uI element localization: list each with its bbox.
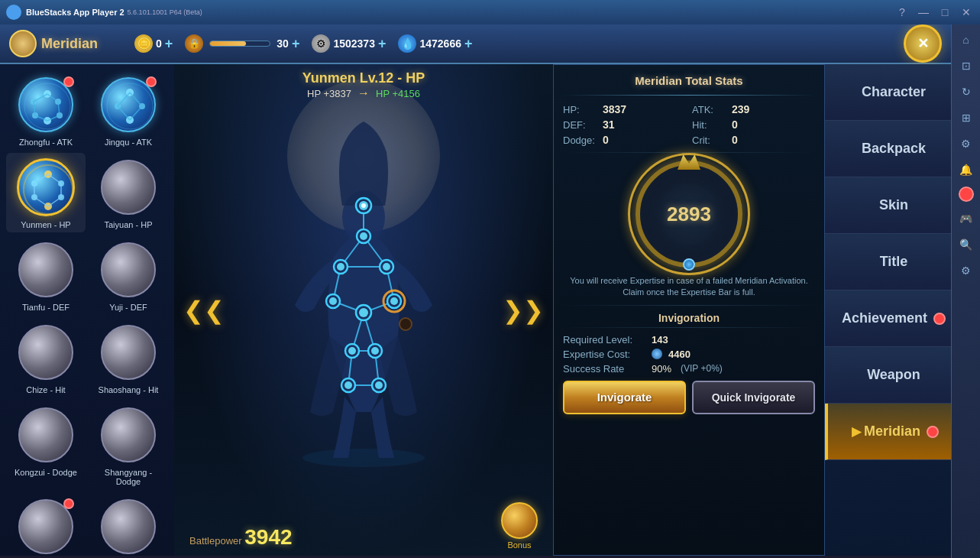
meridian-item-zhongfu[interactable]: Zhongfu - ATK [6, 70, 86, 150]
meridian-orb-shangyang [97, 404, 160, 466]
meridian-item-kongzui[interactable]: Kongzui - Dodge [6, 401, 86, 489]
chest-progress [209, 41, 270, 47]
gold-icon: 🪙 [134, 34, 153, 53]
menu-item-meridian[interactable]: ▶ Meridian [825, 404, 962, 460]
menu-item-skin[interactable]: Skin [825, 177, 962, 234]
svg-point-53 [361, 203, 366, 208]
character-label: Character [862, 84, 926, 100]
window-controls: ? — □ ✕ [894, 5, 974, 20]
meridian-item-hegu[interactable]: Hegu - Crit [89, 492, 168, 556]
home-btn[interactable]: ⌂ [954, 28, 978, 52]
meridian-orb-chize [15, 321, 77, 384]
meridian-item-jingqu[interactable]: Jingqu - ATK [89, 70, 168, 150]
svg-line-29 [48, 174, 61, 183]
right-panel: ⌂ ⊡ ↻ ⊞ ⚙ 🔔 🎮 🔍 ⚙ [951, 24, 980, 558]
meridian-item-shaoshang[interactable]: Shaoshang - Hit [89, 318, 168, 397]
menu-item-achievement[interactable]: Achievement [825, 290, 962, 347]
gamepad-btn[interactable]: 🎮 [954, 206, 978, 231]
svg-point-55 [360, 232, 367, 240]
menu-item-weapon[interactable]: Weapon [825, 347, 962, 404]
silver-icon: ⚙ [312, 34, 330, 53]
def-label: DEF: [563, 119, 600, 131]
svg-point-74 [375, 381, 383, 389]
taiyuan-label: Taiyuan - HP [105, 220, 153, 229]
svg-point-75 [399, 318, 412, 330]
rotate-btn[interactable]: ↻ [954, 79, 978, 104]
search-btn[interactable]: 🔍 [954, 232, 978, 257]
meridian-item-yunmen[interactable]: Yunmen - HP [6, 153, 86, 232]
hit-label: Hit: [692, 119, 729, 131]
backpack-label: Backpack [862, 141, 926, 157]
quick-invigorate-button[interactable]: Quick Invigorate [692, 381, 815, 414]
atk-row: ATK: 239 [692, 103, 815, 115]
meridian-orb-tianfu [15, 238, 77, 301]
kongzui-label: Kongzui - Dodge [15, 468, 77, 477]
nav-arrow-left[interactable]: ❮❮ [183, 296, 225, 325]
meridian-item-chize[interactable]: Chize - Hit [6, 318, 86, 397]
svg-line-31 [48, 197, 61, 206]
dodge-value: 0 [603, 134, 609, 146]
bonus-icon[interactable]: Bonus [501, 502, 538, 550]
hp-arrow: HP +3837 → HP +4156 [302, 86, 425, 100]
hit-value: 0 [732, 118, 738, 131]
copy-btn[interactable]: ⊡ [954, 54, 978, 78]
gold-plus[interactable]: + [165, 36, 173, 52]
close-btn[interactable]: ✕ [959, 5, 974, 20]
success-rate-row: Success Rate 90% (VIP +0%) [563, 363, 815, 375]
expertise-circle: 2893 [636, 161, 742, 268]
meridian-orb-zhongfu [15, 73, 77, 136]
crit-label: Crit: [692, 135, 729, 146]
svg-point-61 [329, 297, 337, 305]
meridian-item-lieque[interactable]: Lieque - Crit [6, 492, 86, 556]
expertise-cost-row: Expertise Cost: 4460 [563, 349, 815, 360]
meridian-orb-shaoshang [97, 321, 160, 384]
invigorate-button[interactable]: Invigorate [563, 381, 686, 414]
atk-label: ATK: [692, 104, 729, 115]
meridian-item-yuji[interactable]: Yuji - DEF [89, 235, 168, 315]
help-btn[interactable]: ? [894, 5, 910, 20]
close-game-btn[interactable]: ✕ [904, 24, 942, 63]
settings-btn[interactable]: ⚙ [954, 131, 978, 156]
chize-label: Chize - Hit [26, 385, 65, 394]
action-buttons: Invigorate Quick Invigorate [563, 381, 815, 414]
svg-line-19 [130, 106, 142, 120]
minimize-btn[interactable]: — [916, 5, 931, 20]
jingqu-dot [146, 76, 157, 87]
meridian-item-tianfu[interactable]: Tianfu - DEF [6, 235, 86, 315]
notification-btn[interactable]: 🔔 [954, 157, 978, 182]
expertise-jewel-icon [683, 258, 695, 271]
achievement-dot [933, 313, 946, 325]
silver-plus[interactable]: + [378, 36, 387, 52]
hp-row: HP: 3837 [563, 103, 686, 115]
exp-cost-label: Expertise Cost: [563, 349, 647, 360]
bonus-text: Bonus [507, 540, 531, 550]
zhongfu-dot [63, 76, 74, 87]
screen-btn[interactable]: ⊞ [954, 105, 978, 130]
chest-icon: 🔒 [185, 34, 203, 53]
skin-label: Skin [879, 197, 908, 213]
meridian-menu-label: Meridian [864, 423, 920, 440]
restore-btn[interactable]: □ [937, 5, 953, 20]
drop-icon: 💧 [398, 34, 416, 53]
meridian-list: Zhongfu - ATK Jingqu - ATK [0, 64, 174, 556]
tianfu-label: Tianfu - DEF [22, 303, 70, 312]
meridian-item-shangyang[interactable]: Shangyang - Dodge [89, 401, 168, 489]
meridian-dot [927, 426, 939, 438]
drops-plus[interactable]: + [464, 36, 473, 52]
menu-item-character[interactable]: Character [825, 64, 962, 121]
svg-point-35 [302, 449, 425, 467]
menu-item-title[interactable]: Title [825, 234, 962, 290]
menu-item-backpack[interactable]: Backpack [825, 121, 962, 177]
meridian-item-taiyuan[interactable]: Taiyuan - HP [89, 153, 168, 232]
nav-arrow-right[interactable]: ❯❯ [503, 296, 544, 325]
def-row: DEF: 31 [563, 118, 686, 131]
lieque-dot [63, 498, 74, 509]
meridian-orb-yunmen [15, 156, 77, 219]
settings2-btn[interactable]: ⚙ [954, 258, 978, 283]
expertise-circle-outer: 2893 [636, 161, 742, 268]
expertise-circle-container: 2893 [563, 161, 815, 268]
chest-plus[interactable]: + [292, 36, 300, 52]
hp-label: HP: [563, 104, 600, 115]
achievement-label: Achievement [842, 310, 927, 326]
svg-point-72 [344, 381, 352, 389]
